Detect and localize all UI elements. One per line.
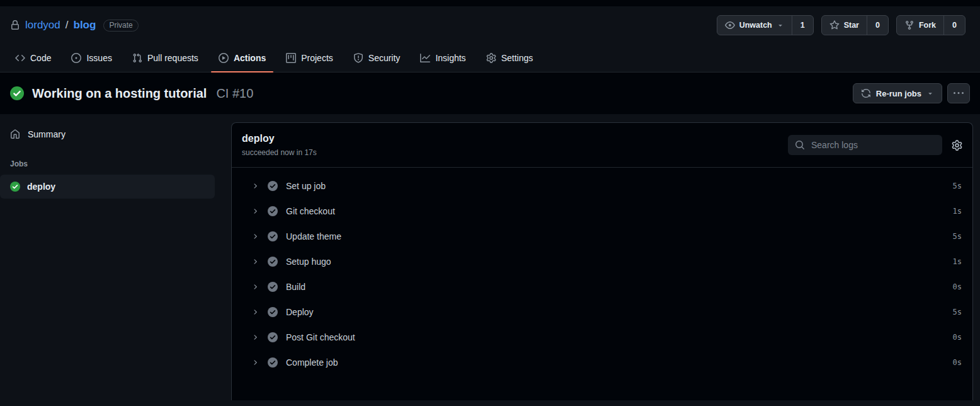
chevron-right-icon[interactable] (251, 359, 259, 366)
tab-label: Settings (501, 53, 533, 63)
log-panel: deploy succeeded now in 17s (231, 122, 973, 400)
fork-count[interactable]: 0 (943, 16, 965, 35)
tab-label: Pull requests (147, 53, 198, 63)
project-icon (286, 53, 296, 63)
step-duration: 1s (953, 207, 962, 216)
step-duration: 0s (953, 333, 962, 342)
run-options-kebab-button[interactable] (947, 83, 970, 103)
tab-label: Projects (301, 53, 333, 63)
step-check-icon (268, 307, 278, 317)
code-icon (15, 53, 25, 63)
kebab-horizontal-icon (954, 88, 964, 98)
log-panel-header: deploy succeeded now in 17s (232, 123, 972, 168)
chevron-down-icon (777, 21, 784, 29)
shield-icon (353, 53, 363, 63)
breadcrumb: lordyod / blog Private (10, 19, 139, 32)
run-title: Working on a hosting tutorial (32, 86, 207, 101)
step-check-icon (268, 231, 278, 241)
repo-header: lordyod / blog Private Unwatch 1 Star 0 … (0, 6, 980, 35)
step-duration: 0s (953, 282, 962, 291)
chevron-right-icon[interactable] (251, 233, 259, 240)
gear-icon (486, 53, 496, 63)
step-duration: 5s (953, 182, 962, 190)
step-check-icon (268, 181, 278, 191)
step-row[interactable]: Post Git checkout 0s (232, 325, 972, 350)
chevron-right-icon[interactable] (251, 308, 259, 316)
step-check-icon (268, 357, 278, 368)
tab-projects[interactable]: Projects (281, 47, 338, 72)
rerun-jobs-label: Re-run jobs (876, 89, 921, 98)
tab-actions[interactable]: Actions (214, 47, 271, 72)
sidebar-item-summary[interactable]: Summary (0, 123, 231, 146)
search-logs-box (788, 135, 942, 155)
step-check-icon (268, 206, 278, 216)
chevron-right-icon[interactable] (251, 258, 259, 265)
workflow-run-header: Working on a hosting tutorial CI #10 Re-… (0, 72, 980, 114)
git-pull-request-icon (132, 53, 142, 63)
sidebar-job-deploy[interactable]: deploy (0, 175, 215, 199)
run-number: CI #10 (216, 86, 253, 101)
tab-label: Actions (234, 53, 266, 63)
unwatch-button[interactable]: Unwatch (717, 16, 792, 35)
log-settings-button[interactable] (952, 140, 962, 151)
search-logs-input[interactable] (810, 139, 935, 151)
star-button-group: Star 0 (821, 15, 889, 35)
tab-label: Issues (86, 53, 111, 63)
run-sidebar: Summary Jobs deploy (0, 114, 231, 400)
step-name: Post Git checkout (286, 332, 355, 342)
watch-button-group: Unwatch 1 (717, 15, 814, 35)
chevron-right-icon[interactable] (251, 182, 259, 190)
unwatch-label: Unwatch (739, 21, 772, 30)
step-duration: 1s (953, 257, 962, 266)
step-row[interactable]: Complete job 0s (232, 350, 972, 375)
star-count[interactable]: 0 (867, 16, 888, 35)
repo-nav-tabs: Code Issues Pull requests Actions Projec… (0, 47, 980, 72)
repo-owner-link[interactable]: lordyod (25, 19, 60, 32)
tab-pull-requests[interactable]: Pull requests (127, 47, 203, 72)
step-row[interactable]: Git checkout 1s (232, 199, 972, 224)
step-row[interactable]: Set up job 5s (232, 173, 972, 199)
step-row[interactable]: Deploy 5s (232, 299, 972, 325)
fork-button-group: Fork 0 (896, 15, 966, 35)
issue-opened-icon (71, 53, 81, 63)
chevron-down-icon (926, 90, 934, 97)
step-name: Git checkout (286, 206, 335, 216)
job-name: deploy (242, 133, 317, 144)
search-icon (795, 140, 805, 150)
window-top-strip (0, 0, 980, 6)
breadcrumb-separator: / (66, 19, 69, 32)
step-row[interactable]: Build 0s (232, 274, 972, 299)
sidebar-summary-label: Summary (28, 129, 66, 139)
step-duration: 5s (953, 232, 962, 241)
star-icon (829, 20, 840, 30)
repo-name-link[interactable]: blog (74, 19, 96, 32)
chevron-right-icon[interactable] (251, 334, 259, 341)
visibility-badge: Private (103, 20, 138, 32)
fork-button[interactable]: Fork (897, 16, 943, 35)
tab-code[interactable]: Code (10, 47, 56, 72)
tab-security[interactable]: Security (348, 47, 406, 72)
tab-settings[interactable]: Settings (481, 47, 538, 72)
step-row[interactable]: Update theme 5s (232, 224, 972, 249)
step-name: Setup hugo (286, 257, 331, 267)
watch-count[interactable]: 1 (792, 16, 813, 35)
step-check-icon (268, 332, 278, 342)
run-content: Summary Jobs deploy deploy succeeded now… (0, 114, 980, 400)
chevron-right-icon[interactable] (251, 283, 259, 291)
tab-label: Security (368, 53, 401, 63)
repo-actions: Unwatch 1 Star 0 Fork 0 (717, 15, 966, 35)
tab-issues[interactable]: Issues (66, 47, 117, 72)
star-button[interactable]: Star (822, 16, 867, 35)
step-list: Set up job 5s Git checkout 1s Update the… (232, 168, 972, 381)
step-name: Build (286, 282, 305, 292)
tab-insights[interactable]: Insights (415, 47, 470, 72)
sidebar-jobs-heading: Jobs (0, 154, 231, 173)
fork-label: Fork (919, 21, 936, 30)
sync-icon (861, 88, 871, 98)
step-duration: 0s (953, 358, 962, 367)
success-check-icon (10, 182, 20, 192)
step-row[interactable]: Setup hugo 1s (232, 249, 972, 274)
chevron-right-icon[interactable] (251, 207, 259, 215)
rerun-jobs-button[interactable]: Re-run jobs (853, 83, 942, 103)
success-check-icon (10, 86, 24, 100)
